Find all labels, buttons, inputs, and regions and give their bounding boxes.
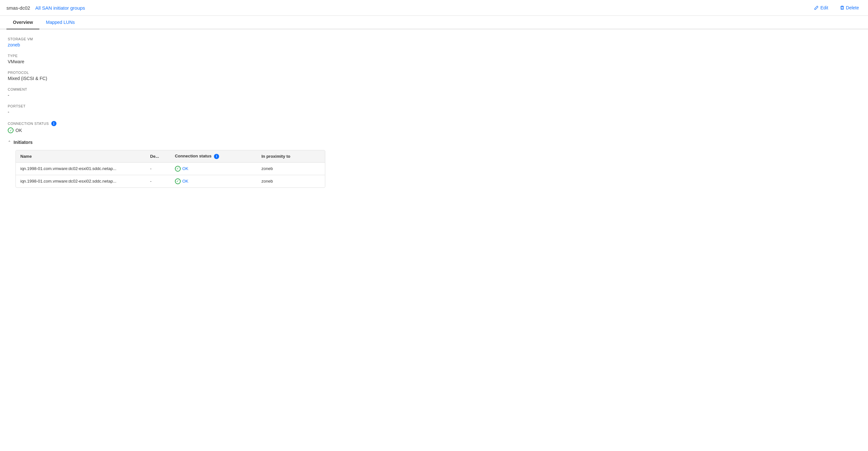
storage-vm-label: STORAGE VM	[8, 37, 860, 41]
connection-status-label: CONNECTION STATUS i	[8, 121, 860, 126]
cell-description: -	[146, 162, 170, 175]
protocol-value: Mixed (iSCSI & FC)	[8, 76, 860, 81]
row-ok-check-icon: ✓	[175, 166, 181, 172]
comment-label: COMMENT	[8, 88, 860, 91]
breadcrumb-link[interactable]: All SAN initiator groups	[35, 5, 85, 11]
trash-icon	[840, 5, 844, 10]
initiators-section-header[interactable]: ⌃ Initiators	[8, 140, 860, 145]
initiators-table-container: Name De... Connection status i In proxim…	[16, 150, 325, 188]
breadcrumb: smas-dc02 All SAN initiator groups	[6, 5, 85, 11]
initiators-section-title: Initiators	[13, 140, 33, 145]
overview-content: STORAGE VM zoneb TYPE VMware PROTOCOL Mi…	[0, 29, 868, 195]
col-header-proximity: In proximity to	[257, 150, 325, 162]
cell-name: iqn.1998-01.com.vmware:dc02-esxi02.sddc.…	[16, 175, 146, 187]
cell-description: -	[146, 175, 170, 187]
initiators-table: Name De... Connection status i In proxim…	[16, 150, 325, 187]
delete-button[interactable]: Delete	[837, 4, 862, 11]
storage-vm-field: STORAGE VM zoneb	[8, 37, 860, 47]
ok-check-icon: ✓	[8, 127, 13, 133]
comment-value: -	[8, 93, 860, 98]
type-value: VMware	[8, 59, 860, 64]
storage-vm-value[interactable]: zoneb	[8, 42, 860, 47]
col-header-connection-status: Connection status i	[170, 150, 257, 162]
tab-overview[interactable]: Overview	[6, 16, 39, 29]
edit-button[interactable]: Edit	[811, 4, 831, 11]
portset-field: PORTSET -	[8, 104, 860, 115]
table-row: iqn.1998-01.com.vmware:dc02-esxi01.sddc.…	[16, 162, 325, 175]
cell-connection-status[interactable]: ✓OK	[170, 162, 257, 175]
type-field: TYPE VMware	[8, 54, 860, 64]
comment-field: COMMENT -	[8, 88, 860, 98]
col-connection-info-icon[interactable]: i	[214, 154, 219, 159]
connection-status-info-icon[interactable]: i	[51, 121, 57, 126]
breadcrumb-root: smas-dc02	[6, 5, 30, 11]
cell-proximity: zoneb	[257, 175, 325, 187]
type-label: TYPE	[8, 54, 860, 58]
col-header-description: De...	[146, 150, 170, 162]
cell-name: iqn.1998-01.com.vmware:dc02-esxi01.sddc.…	[16, 162, 146, 175]
connection-status-field: CONNECTION STATUS i ✓ OK	[8, 121, 860, 133]
connection-status-value: ✓ OK	[8, 127, 860, 133]
header-actions: Edit Delete	[811, 4, 862, 11]
tab-bar: Overview Mapped LUNs	[0, 16, 868, 29]
protocol-field: PROTOCOL Mixed (iSCSI & FC)	[8, 71, 860, 81]
cell-connection-status[interactable]: ✓OK	[170, 175, 257, 187]
tab-mapped-luns[interactable]: Mapped LUNs	[39, 16, 81, 29]
cell-proximity: zoneb	[257, 162, 325, 175]
edit-icon	[814, 5, 818, 10]
chevron-up-icon: ⌃	[8, 140, 11, 144]
row-ok-check-icon: ✓	[175, 179, 181, 184]
portset-label: PORTSET	[8, 104, 860, 108]
table-row: iqn.1998-01.com.vmware:dc02-esxi02.sddc.…	[16, 175, 325, 187]
table-header-row: Name De... Connection status i In proxim…	[16, 150, 325, 162]
col-header-name: Name	[16, 150, 146, 162]
protocol-label: PROTOCOL	[8, 71, 860, 74]
portset-value: -	[8, 109, 860, 115]
page-header: smas-dc02 All SAN initiator groups Edit …	[0, 0, 868, 16]
